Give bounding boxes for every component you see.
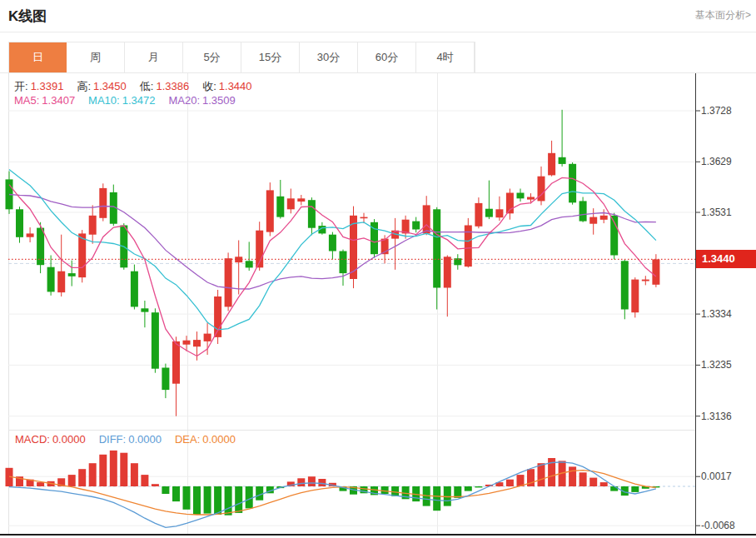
ohlc-legend: 开:1.3391高:1.3450低:1.3386收:1.3440 — [14, 79, 266, 94]
price-axis-label: 1.3136 — [701, 410, 732, 423]
price-axis-label: 1.3334 — [701, 307, 732, 321]
kline-widget: K线图 基本面分析> 日周月5分15分30分60分4时 开:1.3391高:1.… — [0, 0, 756, 538]
legend-item: DEA:0.0000 — [175, 433, 236, 446]
macd-axis-label: -0.0068 — [701, 519, 735, 532]
macd-axis-label: 0.0017 — [701, 470, 732, 483]
legend-item: MA20:1.3509 — [168, 94, 235, 107]
legend-item: 低:1.3386 — [140, 80, 189, 92]
legend-item: MA5:1.3407 — [14, 94, 75, 107]
price-axis-label: 1.3629 — [701, 155, 732, 168]
ma-legend: MA5:1.3407MA10:1.3472MA20:1.3509 — [14, 94, 249, 107]
legend-item: 高:1.3450 — [77, 80, 126, 92]
price-axis-label: 1.3531 — [701, 206, 732, 219]
price-axis-label: 1.3728 — [701, 104, 732, 117]
current-price-badge: 1.3440 — [696, 250, 756, 268]
legend-item: DIFF:0.0000 — [99, 433, 162, 446]
legend-item: MACD:0.0000 — [15, 433, 86, 446]
macd-legend: MACD:0.0000DIFF:0.0000DEA:0.0000 — [15, 433, 249, 446]
legend-item: MA10:1.3472 — [88, 94, 155, 107]
legend-item: 开:1.3391 — [14, 80, 63, 92]
legend-item: 收:1.3440 — [202, 80, 251, 92]
price-axis-label: 1.3235 — [701, 358, 732, 371]
